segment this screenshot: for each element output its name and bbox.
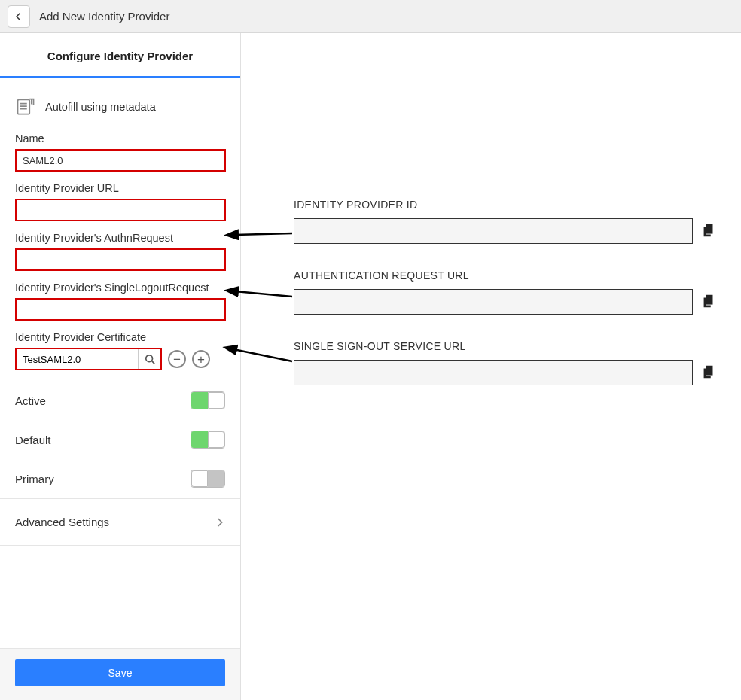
authn-label: Identity Provider's AuthnRequest (15, 232, 225, 244)
name-label: Name (15, 132, 225, 145)
copy-auth-url-button[interactable] (700, 293, 718, 311)
name-input[interactable] (15, 149, 226, 172)
primary-toggle[interactable] (191, 470, 225, 488)
slo-label: Identity Provider's SingleLogoutRequest (15, 282, 225, 294)
save-button[interactable]: Save (15, 659, 225, 686)
ref-auth-url-input[interactable] (294, 289, 693, 315)
primary-label: Primary (15, 473, 54, 485)
cert-input[interactable] (17, 351, 138, 368)
advanced-label: Advanced Settings (15, 516, 109, 528)
chevron-right-icon (215, 517, 225, 528)
tab-configure[interactable]: Configure Identity Provider (0, 33, 240, 78)
cert-lookup-button[interactable] (138, 349, 160, 369)
copy-icon (700, 293, 717, 309)
copy-icon (700, 364, 717, 380)
ref-signout-url-input[interactable] (294, 360, 693, 385)
authn-input[interactable] (15, 248, 226, 271)
copy-signout-url-button[interactable] (700, 364, 718, 382)
header-bar: Add New Identity Provider (0, 0, 741, 33)
cert-label: Identity Provider Certificate (15, 331, 225, 343)
svg-point-4 (145, 355, 152, 362)
cert-remove-button[interactable]: − (168, 350, 186, 368)
document-upload-icon (15, 96, 36, 117)
advanced-settings-button[interactable]: Advanced Settings (0, 498, 240, 546)
reference-panel: IDENTITY PROVIDER ID AUTHENTICATION REQU… (241, 33, 741, 700)
copy-icon (700, 222, 717, 239)
svg-line-5 (151, 361, 154, 364)
ref-idp-id-input[interactable] (294, 218, 693, 244)
page-title: Add New Identity Provider (39, 10, 169, 23)
cert-add-button[interactable]: + (192, 350, 210, 368)
idp-url-label: Identity Provider URL (15, 182, 225, 194)
autofill-metadata-button[interactable]: Autofill using metadata (0, 78, 240, 128)
ref-signout-url-label: SINGLE SIGN-OUT SERVICE URL (294, 340, 718, 352)
active-toggle[interactable] (191, 391, 225, 409)
autofill-label: Autofill using metadata (45, 101, 156, 113)
back-button[interactable] (8, 5, 30, 28)
active-label: Active (15, 394, 46, 407)
default-label: Default (15, 434, 51, 446)
copy-idp-id-button[interactable] (700, 222, 718, 240)
default-toggle[interactable] (191, 431, 225, 449)
ref-idp-id-label: IDENTITY PROVIDER ID (294, 199, 718, 211)
search-icon (145, 354, 155, 364)
chevron-left-icon (14, 12, 23, 21)
ref-auth-url-label: AUTHENTICATION REQUEST URL (294, 269, 718, 282)
slo-input[interactable] (15, 298, 226, 321)
config-form-panel: Configure Identity Provider Autofill usi… (0, 33, 241, 700)
idp-url-input[interactable] (15, 199, 226, 221)
